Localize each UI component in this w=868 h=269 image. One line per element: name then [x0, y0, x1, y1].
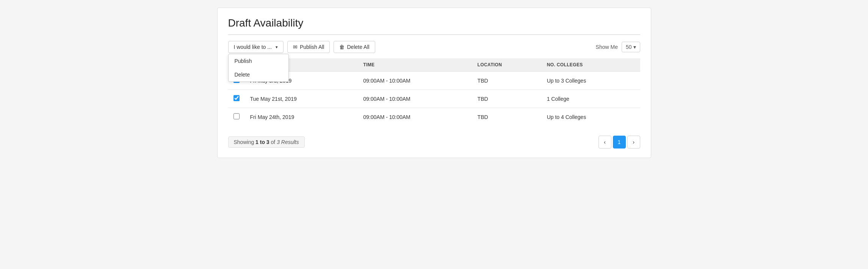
page-title: Draft Availability	[228, 17, 640, 29]
i-would-like-label: I would like to ...	[234, 44, 272, 50]
col-header-no-colleges: NO. COLLEGES	[542, 58, 640, 72]
showing-bold: 1 to 3	[255, 139, 269, 145]
row-1-checkbox[interactable]	[233, 95, 240, 101]
show-me-label: Show Me	[596, 44, 618, 50]
table-row: Fri May 24th, 201909:00AM - 10:00AMTBDUp…	[228, 108, 640, 126]
publish-all-icon: ✉	[293, 44, 298, 50]
pagination-prev-button[interactable]: ‹	[599, 136, 611, 149]
i-would-like-button[interactable]: I would like to ... ▾	[228, 41, 284, 53]
row-0-no-colleges: Up to 3 Colleges	[542, 72, 640, 90]
table-footer: Showing 1 to 3 of 3 Results ‹ 1 ›	[228, 132, 640, 149]
row-1-date: Tue May 21st, 2019	[245, 90, 358, 108]
pagination-next-button[interactable]: ›	[627, 136, 640, 149]
publish-all-label: Publish All	[300, 44, 324, 50]
dropdown-item-delete[interactable]: Delete	[229, 68, 288, 81]
dropdown-wrapper: I would like to ... ▾ Publish Delete	[228, 41, 284, 53]
row-0-location: TBD	[472, 72, 542, 90]
table-body: Fri May 3rd, 201909:00AM - 10:00AMTBDUp …	[228, 72, 640, 126]
show-me-arrow-icon: ▾	[633, 44, 636, 50]
col-header-time: TIME	[358, 58, 472, 72]
toolbar: I would like to ... ▾ Publish Delete ✉ P…	[228, 41, 640, 53]
showing-prefix: Showing	[234, 139, 256, 145]
dropdown-menu: Publish Delete	[228, 54, 289, 82]
show-me-select[interactable]: 50 ▾	[622, 42, 640, 52]
pagination: ‹ 1 ›	[599, 136, 640, 149]
data-table: DATE TIME LOCATION NO. COLLEGES Fri May …	[228, 58, 640, 126]
row-2-date: Fri May 24th, 2019	[245, 108, 358, 126]
table-row: Tue May 21st, 201909:00AM - 10:00AMTBD1 …	[228, 90, 640, 108]
row-1-time: 09:00AM - 10:00AM	[358, 90, 472, 108]
divider	[228, 34, 640, 35]
showing-middle: of	[269, 139, 277, 145]
show-me-value: 50	[626, 44, 632, 50]
toolbar-left: I would like to ... ▾ Publish Delete ✉ P…	[228, 41, 375, 53]
delete-all-icon: 🗑	[339, 44, 345, 50]
row-2-time: 09:00AM - 10:00AM	[358, 108, 472, 126]
row-0-time: 09:00AM - 10:00AM	[358, 72, 472, 90]
row-1-no-colleges: 1 College	[542, 90, 640, 108]
row-1-location: TBD	[472, 90, 542, 108]
showing-text: Showing 1 to 3 of 3 Results	[228, 136, 305, 148]
dropdown-arrow-icon: ▾	[276, 45, 278, 50]
pagination-page-1-button[interactable]: 1	[613, 136, 626, 149]
delete-all-button[interactable]: 🗑 Delete All	[334, 41, 375, 53]
table-row: Fri May 3rd, 201909:00AM - 10:00AMTBDUp …	[228, 72, 640, 90]
page-container: Draft Availability I would like to ... ▾…	[217, 8, 651, 158]
showing-italic: 3 Results	[277, 139, 299, 145]
col-header-location: LOCATION	[472, 58, 542, 72]
table-header-row: DATE TIME LOCATION NO. COLLEGES	[228, 58, 640, 72]
toolbar-right: Show Me 50 ▾	[596, 42, 640, 52]
delete-all-label: Delete All	[347, 44, 369, 50]
dropdown-item-publish[interactable]: Publish	[229, 54, 288, 68]
table-header: DATE TIME LOCATION NO. COLLEGES	[228, 58, 640, 72]
row-2-no-colleges: Up to 4 Colleges	[542, 108, 640, 126]
row-2-checkbox[interactable]	[233, 113, 240, 119]
row-2-location: TBD	[472, 108, 542, 126]
publish-all-button[interactable]: ✉ Publish All	[287, 41, 330, 53]
